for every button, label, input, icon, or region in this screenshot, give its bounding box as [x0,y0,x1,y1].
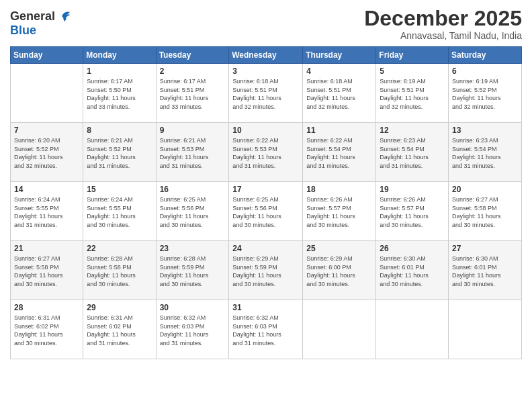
day-number: 14 [14,185,79,194]
day-number: 9 [160,126,226,135]
calendar-cell: 29Sunrise: 6:31 AM Sunset: 6:02 PM Dayli… [83,300,156,359]
day-number: 31 [232,303,299,312]
day-info: Sunrise: 6:27 AM Sunset: 5:58 PM Dayligh… [452,195,518,229]
calendar-cell: 30Sunrise: 6:32 AM Sunset: 6:03 PM Dayli… [156,300,229,359]
day-number: 3 [232,66,299,76]
day-number: 1 [87,66,152,76]
day-info: Sunrise: 6:29 AM Sunset: 6:00 PM Dayligh… [306,255,372,288]
day-of-week-header: Saturday [449,47,522,64]
calendar-cell [11,64,83,123]
calendar-cell: 22Sunrise: 6:28 AM Sunset: 5:58 PM Dayli… [83,241,156,300]
calendar-header-row: SundayMondayTuesdayWednesdayThursdayFrid… [11,47,522,64]
day-info: Sunrise: 6:28 AM Sunset: 5:59 PM Dayligh… [160,255,226,288]
calendar-cell: 20Sunrise: 6:27 AM Sunset: 5:58 PM Dayli… [449,182,522,241]
calendar-cell: 11Sunrise: 6:22 AM Sunset: 5:54 PM Dayli… [303,123,376,182]
calendar-cell: 28Sunrise: 6:31 AM Sunset: 6:02 PM Dayli… [11,300,83,359]
day-info: Sunrise: 6:17 AM Sunset: 5:50 PM Dayligh… [87,77,152,111]
day-number: 29 [87,303,152,312]
calendar-cell: 3Sunrise: 6:18 AM Sunset: 5:51 PM Daylig… [229,64,303,123]
calendar-cell: 16Sunrise: 6:25 AM Sunset: 5:56 PM Dayli… [156,182,229,241]
page: General Blue December 2025 Annavasal, Ta… [0,0,532,411]
day-number: 22 [87,244,152,253]
calendar-table: SundayMondayTuesdayWednesdayThursdayFrid… [10,46,522,359]
day-info: Sunrise: 6:19 AM Sunset: 5:52 PM Dayligh… [452,77,518,111]
calendar-cell: 19Sunrise: 6:26 AM Sunset: 5:57 PM Dayli… [376,182,449,241]
day-of-week-header: Monday [83,47,156,64]
day-number: 26 [380,244,445,253]
calendar-cell [376,300,449,359]
calendar-cell: 17Sunrise: 6:25 AM Sunset: 5:56 PM Dayli… [229,182,303,241]
calendar-week-row: 21Sunrise: 6:27 AM Sunset: 5:58 PM Dayli… [11,241,522,300]
day-number: 27 [452,244,518,253]
calendar-cell: 1Sunrise: 6:17 AM Sunset: 5:50 PM Daylig… [83,64,156,123]
day-number: 19 [380,185,445,194]
calendar-week-row: 7Sunrise: 6:20 AM Sunset: 5:52 PM Daylig… [11,123,522,182]
day-info: Sunrise: 6:22 AM Sunset: 5:53 PM Dayligh… [232,136,299,170]
day-info: Sunrise: 6:25 AM Sunset: 5:56 PM Dayligh… [232,195,299,229]
day-number: 25 [306,244,372,253]
day-info: Sunrise: 6:27 AM Sunset: 5:58 PM Dayligh… [14,255,79,288]
day-info: Sunrise: 6:30 AM Sunset: 6:01 PM Dayligh… [452,255,518,288]
day-of-week-header: Tuesday [156,47,229,64]
day-number: 6 [452,66,518,76]
day-of-week-header: Wednesday [229,47,303,64]
day-info: Sunrise: 6:21 AM Sunset: 5:52 PM Dayligh… [87,136,152,170]
month-title: December 2025 [364,7,522,30]
calendar-cell: 6Sunrise: 6:19 AM Sunset: 5:52 PM Daylig… [449,64,522,123]
day-number: 15 [87,185,152,194]
day-info: Sunrise: 6:29 AM Sunset: 5:59 PM Dayligh… [232,255,299,288]
day-info: Sunrise: 6:31 AM Sunset: 6:02 PM Dayligh… [87,314,152,347]
logo-blue-text: Blue [10,24,36,37]
calendar-cell: 8Sunrise: 6:21 AM Sunset: 5:52 PM Daylig… [83,123,156,182]
day-number: 11 [306,126,372,135]
day-number: 23 [160,244,226,253]
calendar-cell: 10Sunrise: 6:22 AM Sunset: 5:53 PM Dayli… [229,123,303,182]
day-number: 12 [380,126,445,135]
day-number: 21 [14,244,79,253]
day-number: 13 [452,126,518,135]
day-info: Sunrise: 6:17 AM Sunset: 5:51 PM Dayligh… [160,77,226,111]
calendar-week-row: 14Sunrise: 6:24 AM Sunset: 5:55 PM Dayli… [11,182,522,241]
calendar-week-row: 1Sunrise: 6:17 AM Sunset: 5:50 PM Daylig… [11,64,522,123]
day-number: 4 [306,66,372,76]
day-of-week-header: Friday [376,47,449,64]
calendar-cell: 21Sunrise: 6:27 AM Sunset: 5:58 PM Dayli… [11,241,83,300]
day-number: 20 [452,185,518,194]
logo-bird-icon [56,9,71,23]
day-number: 5 [380,66,445,76]
day-info: Sunrise: 6:32 AM Sunset: 6:03 PM Dayligh… [232,314,299,347]
day-of-week-header: Sunday [11,47,83,64]
calendar-cell: 13Sunrise: 6:23 AM Sunset: 5:54 PM Dayli… [449,123,522,182]
calendar-cell: 15Sunrise: 6:24 AM Sunset: 5:55 PM Dayli… [83,182,156,241]
day-info: Sunrise: 6:21 AM Sunset: 5:53 PM Dayligh… [160,136,226,170]
day-info: Sunrise: 6:31 AM Sunset: 6:02 PM Dayligh… [14,314,79,347]
day-info: Sunrise: 6:23 AM Sunset: 5:54 PM Dayligh… [380,136,445,170]
header: General Blue December 2025 Annavasal, Ta… [10,7,522,41]
day-info: Sunrise: 6:22 AM Sunset: 5:54 PM Dayligh… [306,136,372,170]
day-number: 17 [232,185,299,194]
day-info: Sunrise: 6:24 AM Sunset: 5:55 PM Dayligh… [14,195,79,229]
day-info: Sunrise: 6:23 AM Sunset: 5:54 PM Dayligh… [452,136,518,170]
day-info: Sunrise: 6:26 AM Sunset: 5:57 PM Dayligh… [380,195,445,229]
calendar-cell: 14Sunrise: 6:24 AM Sunset: 5:55 PM Dayli… [11,182,83,241]
day-number: 30 [160,303,226,312]
title-area: December 2025 Annavasal, Tamil Nadu, Ind… [364,7,522,41]
day-number: 10 [232,126,299,135]
day-number: 8 [87,126,152,135]
calendar-cell: 7Sunrise: 6:20 AM Sunset: 5:52 PM Daylig… [11,123,83,182]
calendar-cell: 23Sunrise: 6:28 AM Sunset: 5:59 PM Dayli… [156,241,229,300]
day-number: 7 [14,126,79,135]
calendar-cell: 12Sunrise: 6:23 AM Sunset: 5:54 PM Dayli… [376,123,449,182]
calendar-cell: 27Sunrise: 6:30 AM Sunset: 6:01 PM Dayli… [449,241,522,300]
day-info: Sunrise: 6:30 AM Sunset: 6:01 PM Dayligh… [380,255,445,288]
calendar-cell [303,300,376,359]
day-info: Sunrise: 6:28 AM Sunset: 5:58 PM Dayligh… [87,255,152,288]
day-info: Sunrise: 6:18 AM Sunset: 5:51 PM Dayligh… [232,77,299,111]
day-number: 18 [306,185,372,194]
logo-general-text: General [10,9,55,24]
calendar-cell: 9Sunrise: 6:21 AM Sunset: 5:53 PM Daylig… [156,123,229,182]
day-number: 24 [232,244,299,253]
calendar-cell: 4Sunrise: 6:18 AM Sunset: 5:51 PM Daylig… [303,64,376,123]
day-number: 2 [160,66,226,76]
day-info: Sunrise: 6:26 AM Sunset: 5:57 PM Dayligh… [306,195,372,229]
